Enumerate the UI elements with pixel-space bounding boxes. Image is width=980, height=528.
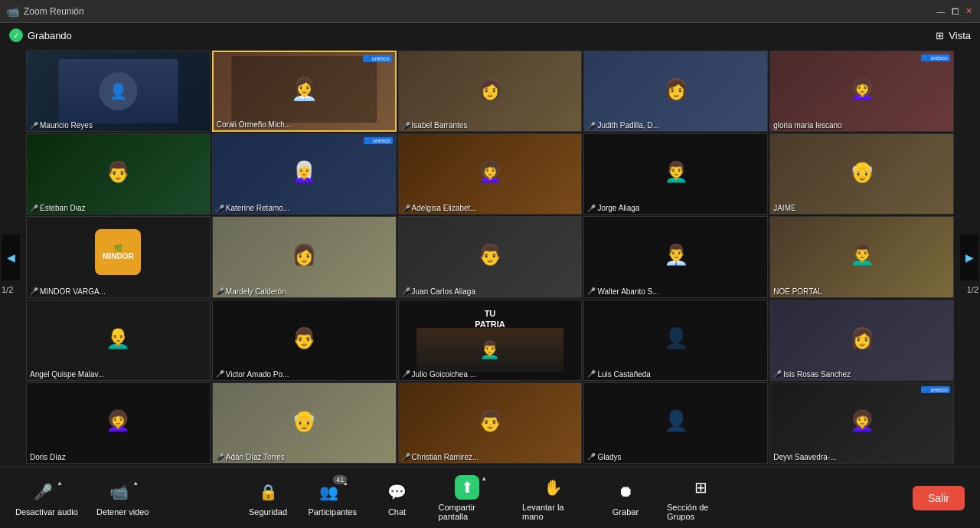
participant-count: 41 (333, 475, 347, 484)
participant-cell-20[interactable]: 👩 🎤 Isis Rosas Sanchez (769, 300, 954, 381)
participant-name-3: 🎤 Isabel Barrantes (402, 121, 468, 130)
vista-label: Vista (949, 30, 971, 41)
video-button[interactable]: 📹 ▲ Detener video (96, 480, 149, 517)
breakout-rooms-icon: ⊞ (688, 475, 713, 500)
unesco-badge-2: 🔵unesco (363, 55, 392, 62)
audio-button[interactable]: 🎤 ▲ Desactivar audio (15, 480, 78, 517)
vista-button[interactable]: ⊞ Vista (936, 30, 971, 41)
participant-name-20: 🎤 Isis Rosas Sanchez (773, 370, 851, 379)
participant-cell-25[interactable]: 👩‍🦱 🔵unesco Deyvi Saavedra-... (769, 382, 954, 464)
participants-button[interactable]: 👥41 ▲ Participantes (309, 480, 356, 517)
chat-button[interactable]: 💬 Chat (374, 480, 420, 517)
page-indicator-left: 1/2 (2, 285, 13, 294)
participant-cell-11[interactable]: 🌿MINDOR 🎤 MINDOR VARGA... (26, 216, 211, 297)
record-button[interactable]: ⏺ Grabar (603, 480, 648, 517)
participant-name-18: 🎤 Julio Goicoichea ... (402, 370, 477, 379)
participant-cell-7[interactable]: 👩‍🦳 🔵unesco 🎤 Katerine Retamo... (212, 133, 397, 215)
top-bar: ✓ Grabando ⊞ Vista (0, 23, 980, 48)
raise-hand-icon: ✋ (541, 475, 565, 500)
participant-name-8: 🎤 Adelgisa Elizabet... (402, 204, 477, 212)
participant-name-1: 🎤 Mauricio Reyes (30, 121, 93, 130)
share-screen-button[interactable]: ⬆ ▲ Compartir pantalla (439, 475, 505, 521)
title-bar: 📹 Zoom Reunión — ⧠ ✕ (0, 0, 980, 23)
audio-chevron: ▲ (57, 480, 63, 487)
participant-cell-15[interactable]: 👨‍🦱 NOÉ PORTAL (769, 216, 954, 297)
participant-cell-9[interactable]: 👨‍🦱 🎤 Jorge Aliaga (583, 133, 768, 215)
breakout-label: Sección de Grupos (667, 503, 735, 521)
chat-label: Chat (388, 507, 406, 517)
participant-cell-1[interactable]: 👤 🎤 Mauricio Reyes (26, 51, 211, 132)
window-title: Zoom Reunión (24, 6, 84, 17)
participant-cell-13[interactable]: 👨 🎤 Juan Carlos Aliaga (398, 216, 583, 297)
participant-name-14: 🎤 Walter Abanto S... (587, 287, 658, 296)
toolbar-right: Salir (913, 486, 965, 510)
participant-cell-22[interactable]: 👴 🎤 Adán Díaz Torres (212, 382, 397, 464)
participant-name-16: Angel Quispe Malav... (30, 370, 104, 379)
participant-cell-5[interactable]: 👩‍🦱 🔵unesco gloria maria lescano (769, 51, 954, 132)
participant-cell-3[interactable]: 👩 🎤 Isabel Barrantes (398, 51, 583, 132)
audio-label: Desactivar audio (15, 507, 78, 517)
share-chevron: ▲ (481, 475, 487, 482)
prev-page-button[interactable]: ◀ (2, 234, 20, 280)
maximize-button[interactable]: ⧠ (949, 6, 960, 17)
grid-icon: ⊞ (936, 30, 944, 41)
microphone-icon: 🎤 (31, 480, 55, 504)
share-label: Compartir pantalla (439, 503, 505, 521)
participant-name-24: 🎤 Gladys (587, 453, 621, 461)
security-button[interactable]: 🔒 Seguridad (245, 480, 291, 517)
participant-name-6: 🎤 Esteban Diaz (30, 204, 85, 212)
security-icon: 🔒 (256, 480, 280, 504)
video-area: ◀ 1/2 ▶ 1/2 👤 🎤 Mauricio Reyes 👩‍💼 🔵unes… (0, 48, 980, 467)
unesco-badge-25: 🔵unesco (921, 386, 950, 393)
record-icon: ⏺ (613, 480, 638, 504)
share-screen-icon: ⬆ (455, 475, 479, 500)
participant-cell-17[interactable]: 👨 🎤 Victor Amado Po... (212, 300, 397, 381)
participant-name-2: Corali Ormeño Mich... (217, 120, 291, 129)
participants-label: Participantes (308, 507, 357, 517)
participants-icon: 👥41 (316, 480, 341, 504)
next-page-button[interactable]: ▶ (960, 234, 978, 280)
participant-cell-19[interactable]: 👤 🎤 Luis Castañeda (583, 300, 768, 381)
participant-cell-4[interactable]: 👩 🎤 Judith Padilla, D... (583, 51, 768, 132)
video-grid: 👤 🎤 Mauricio Reyes 👩‍💼 🔵unesco Corali Or… (3, 51, 977, 464)
security-label: Seguridad (249, 507, 287, 517)
unesco-badge-7: 🔵unesco (364, 137, 393, 144)
participant-name-19: 🎤 Luis Castañeda (587, 370, 651, 379)
breakout-rooms-button[interactable]: ⊞ Sección de Grupos (667, 475, 735, 521)
page-indicator-right: 1/2 (967, 285, 978, 294)
participant-name-21: Doris Díaz (30, 453, 66, 461)
participant-cell-23[interactable]: 👨 🎤 Christian Ramirez... (398, 382, 583, 464)
participant-name-9: 🎤 Jorge Aliaga (587, 204, 639, 212)
recording-indicator: ✓ Grabando (9, 28, 72, 42)
participant-cell-18[interactable]: TUPATRIA 👨‍🦱 🎤 Julio Goicoichea ... (398, 300, 583, 381)
participant-name-15: NOÉ PORTAL (773, 287, 822, 296)
participant-name-23: 🎤 Christian Ramirez... (402, 453, 479, 461)
participant-name-22: 🎤 Adán Díaz Torres (216, 453, 285, 461)
participant-cell-16[interactable]: 👨‍🦲 Angel Quispe Malav... (26, 300, 211, 381)
participant-cell-21[interactable]: 👩‍🦱 Doris Díaz (26, 382, 211, 464)
participant-name-10: JAIME (773, 204, 795, 212)
participant-cell-10[interactable]: 👴 JAIME (769, 133, 954, 215)
close-button[interactable]: ✕ (963, 6, 974, 17)
participant-cell-14[interactable]: 👨‍💼 🎤 Walter Abanto S... (583, 216, 768, 297)
camera-icon: 📹 (106, 480, 131, 504)
participant-cell-12[interactable]: 👩 🎤 Mardely Calderón (212, 216, 397, 297)
raise-hand-label: Levantar la mano (522, 503, 584, 521)
record-label: Grabar (612, 507, 639, 517)
participant-cell-6[interactable]: 👨 🎤 Esteban Diaz (26, 133, 211, 215)
recording-dot: ✓ (9, 28, 23, 42)
participant-name-12: 🎤 Mardely Calderón (216, 287, 286, 296)
toolbar-left: 🎤 ▲ Desactivar audio 📹 ▲ Detener video (15, 480, 149, 517)
video-chevron: ▲ (132, 480, 139, 487)
participant-cell-8[interactable]: 👩‍🦱 🎤 Adelgisa Elizabet... (398, 133, 583, 215)
toolbar: 🎤 ▲ Desactivar audio 📹 ▲ Detener video 🔒… (0, 467, 980, 528)
raise-hand-button[interactable]: ✋ Levantar la mano (522, 475, 584, 521)
participant-cell-24[interactable]: 👤 🎤 Gladys (583, 382, 768, 464)
leave-button[interactable]: Salir (913, 486, 965, 510)
participant-cell-2[interactable]: 👩‍💼 🔵unesco Corali Ormeño Mich... (212, 51, 397, 132)
recording-label: Grabando (28, 30, 72, 41)
participant-name-4: 🎤 Judith Padilla, D... (587, 121, 659, 130)
participant-name-25: Deyvi Saavedra-... (773, 453, 836, 461)
check-icon: ✓ (13, 31, 20, 41)
minimize-button[interactable]: — (936, 6, 946, 17)
